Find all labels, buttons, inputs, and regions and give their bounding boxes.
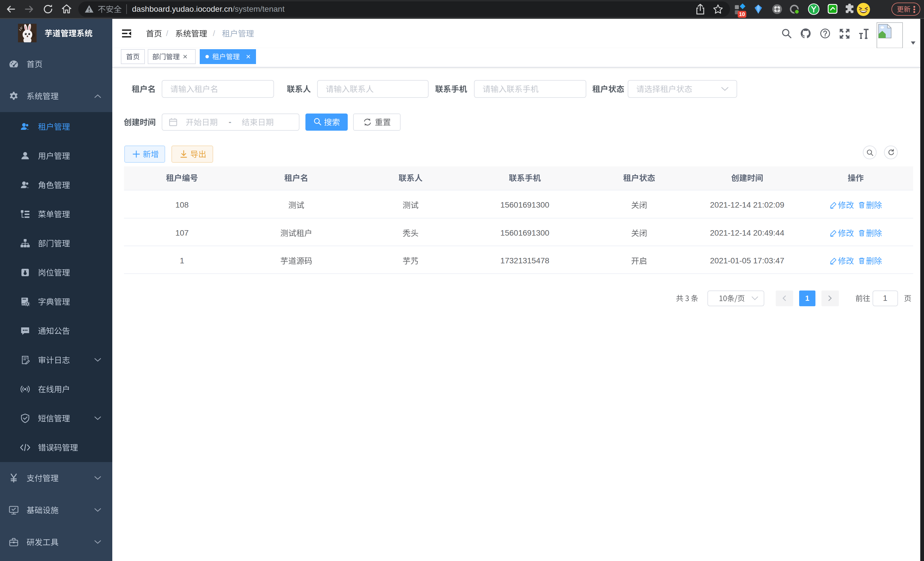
svg-text:10: 10 <box>739 11 745 17</box>
